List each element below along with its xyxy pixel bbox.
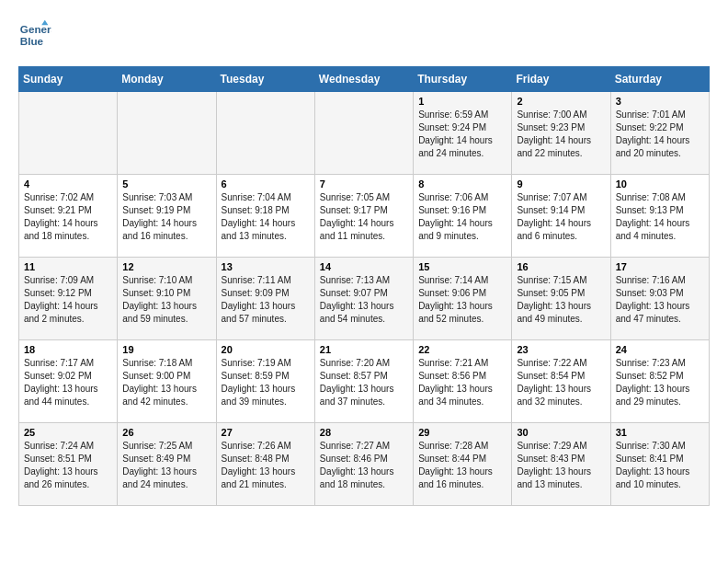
day-info: Sunrise: 7:29 AM Sunset: 8:43 PM Dayligh… xyxy=(517,440,605,491)
weekday-header-tuesday: Tuesday xyxy=(216,67,314,92)
calendar-cell: 28Sunrise: 7:27 AM Sunset: 8:46 PM Dayli… xyxy=(314,423,413,506)
calendar-cell: 7Sunrise: 7:05 AM Sunset: 9:17 PM Daylig… xyxy=(314,175,413,258)
calendar-header: SundayMondayTuesdayWednesdayThursdayFrid… xyxy=(19,67,710,92)
day-number: 17 xyxy=(616,261,704,272)
day-info: Sunrise: 7:30 AM Sunset: 8:41 PM Dayligh… xyxy=(616,440,704,491)
day-info: Sunrise: 7:15 AM Sunset: 9:05 PM Dayligh… xyxy=(517,274,605,326)
day-number: 26 xyxy=(122,427,210,438)
day-info: Sunrise: 7:27 AM Sunset: 8:46 PM Dayligh… xyxy=(320,440,408,491)
day-info: Sunrise: 7:16 AM Sunset: 9:03 PM Dayligh… xyxy=(616,274,704,326)
calendar-cell: 8Sunrise: 7:06 AM Sunset: 9:16 PM Daylig… xyxy=(414,175,512,258)
calendar-cell: 29Sunrise: 7:28 AM Sunset: 8:44 PM Dayli… xyxy=(414,423,512,506)
day-info: Sunrise: 7:21 AM Sunset: 8:56 PM Dayligh… xyxy=(418,357,506,408)
calendar-cell: 15Sunrise: 7:14 AM Sunset: 9:06 PM Dayli… xyxy=(414,258,512,340)
day-info: Sunrise: 7:00 AM Sunset: 9:23 PM Dayligh… xyxy=(517,109,605,160)
logo: General Blue xyxy=(18,18,51,52)
generalblue-logo-icon: General Blue xyxy=(18,18,51,52)
day-info: Sunrise: 6:59 AM Sunset: 9:24 PM Dayligh… xyxy=(418,109,506,160)
day-number: 14 xyxy=(320,261,408,272)
calendar-cell: 30Sunrise: 7:29 AM Sunset: 8:43 PM Dayli… xyxy=(512,423,610,506)
calendar-cell: 25Sunrise: 7:24 AM Sunset: 8:51 PM Dayli… xyxy=(19,423,118,506)
day-info: Sunrise: 7:28 AM Sunset: 8:44 PM Dayligh… xyxy=(418,440,506,491)
calendar-table: SundayMondayTuesdayWednesdayThursdayFrid… xyxy=(18,66,710,506)
day-info: Sunrise: 7:22 AM Sunset: 8:54 PM Dayligh… xyxy=(517,357,605,408)
calendar-cell xyxy=(314,92,413,175)
day-number: 1 xyxy=(418,96,506,107)
calendar-cell: 3Sunrise: 7:01 AM Sunset: 9:22 PM Daylig… xyxy=(610,92,709,175)
day-number: 6 xyxy=(222,178,310,190)
calendar-week-row: 11Sunrise: 7:09 AM Sunset: 9:12 PM Dayli… xyxy=(19,258,710,340)
day-info: Sunrise: 7:07 AM Sunset: 9:14 PM Dayligh… xyxy=(517,191,605,243)
calendar-cell: 14Sunrise: 7:13 AM Sunset: 9:07 PM Dayli… xyxy=(314,258,413,340)
day-number: 12 xyxy=(122,261,210,272)
calendar-cell: 21Sunrise: 7:20 AM Sunset: 8:57 PM Dayli… xyxy=(314,340,413,423)
day-number: 10 xyxy=(616,178,704,190)
calendar-cell: 1Sunrise: 6:59 AM Sunset: 9:24 PM Daylig… xyxy=(414,92,512,175)
day-number: 23 xyxy=(517,344,605,355)
calendar-week-row: 18Sunrise: 7:17 AM Sunset: 9:02 PM Dayli… xyxy=(19,340,710,423)
day-info: Sunrise: 7:11 AM Sunset: 9:09 PM Dayligh… xyxy=(222,274,310,326)
day-number: 27 xyxy=(222,427,310,438)
day-info: Sunrise: 7:06 AM Sunset: 9:16 PM Dayligh… xyxy=(418,191,506,243)
day-number: 3 xyxy=(616,96,704,107)
day-number: 31 xyxy=(616,427,704,438)
weekday-header-thursday: Thursday xyxy=(414,67,512,92)
day-number: 8 xyxy=(418,178,506,190)
day-info: Sunrise: 7:18 AM Sunset: 9:00 PM Dayligh… xyxy=(122,357,210,408)
day-number: 28 xyxy=(320,427,408,438)
calendar-cell: 2Sunrise: 7:00 AM Sunset: 9:23 PM Daylig… xyxy=(512,92,610,175)
calendar-week-row: 4Sunrise: 7:02 AM Sunset: 9:21 PM Daylig… xyxy=(19,175,710,258)
calendar-cell xyxy=(216,92,314,175)
day-info: Sunrise: 7:01 AM Sunset: 9:22 PM Dayligh… xyxy=(616,109,704,160)
day-number: 25 xyxy=(24,427,112,438)
day-info: Sunrise: 7:13 AM Sunset: 9:07 PM Dayligh… xyxy=(320,274,408,326)
calendar-cell: 19Sunrise: 7:18 AM Sunset: 9:00 PM Dayli… xyxy=(118,340,216,423)
day-number: 29 xyxy=(418,427,506,438)
calendar-cell: 23Sunrise: 7:22 AM Sunset: 8:54 PM Dayli… xyxy=(512,340,610,423)
day-number: 15 xyxy=(418,261,506,272)
day-number: 19 xyxy=(122,344,210,355)
day-info: Sunrise: 7:10 AM Sunset: 9:10 PM Dayligh… xyxy=(122,274,210,326)
day-number: 20 xyxy=(222,344,310,355)
day-number: 18 xyxy=(24,344,112,355)
day-info: Sunrise: 7:02 AM Sunset: 9:21 PM Dayligh… xyxy=(24,191,112,243)
calendar-cell: 5Sunrise: 7:03 AM Sunset: 9:19 PM Daylig… xyxy=(118,175,216,258)
calendar-cell: 10Sunrise: 7:08 AM Sunset: 9:13 PM Dayli… xyxy=(610,175,709,258)
weekday-header-saturday: Saturday xyxy=(610,67,709,92)
calendar-cell xyxy=(118,92,216,175)
day-info: Sunrise: 7:23 AM Sunset: 8:52 PM Dayligh… xyxy=(616,357,704,408)
day-info: Sunrise: 7:26 AM Sunset: 8:48 PM Dayligh… xyxy=(222,440,310,491)
calendar-cell: 4Sunrise: 7:02 AM Sunset: 9:21 PM Daylig… xyxy=(19,175,118,258)
day-number: 5 xyxy=(122,178,210,190)
day-number: 2 xyxy=(517,96,605,107)
page-header: General Blue xyxy=(18,18,710,52)
day-number: 13 xyxy=(222,261,310,272)
day-info: Sunrise: 7:03 AM Sunset: 9:19 PM Dayligh… xyxy=(122,191,210,243)
weekday-header-wednesday: Wednesday xyxy=(314,67,413,92)
calendar-cell: 12Sunrise: 7:10 AM Sunset: 9:10 PM Dayli… xyxy=(118,258,216,340)
day-info: Sunrise: 7:19 AM Sunset: 8:59 PM Dayligh… xyxy=(222,357,310,408)
day-number: 9 xyxy=(517,178,605,190)
calendar-cell: 27Sunrise: 7:26 AM Sunset: 8:48 PM Dayli… xyxy=(216,423,314,506)
calendar-cell: 11Sunrise: 7:09 AM Sunset: 9:12 PM Dayli… xyxy=(19,258,118,340)
day-number: 30 xyxy=(517,427,605,438)
calendar-body: 1Sunrise: 6:59 AM Sunset: 9:24 PM Daylig… xyxy=(19,92,710,506)
day-number: 4 xyxy=(24,178,112,190)
svg-text:Blue: Blue xyxy=(20,35,44,47)
day-number: 24 xyxy=(616,344,704,355)
weekday-header-friday: Friday xyxy=(512,67,610,92)
calendar-cell: 18Sunrise: 7:17 AM Sunset: 9:02 PM Dayli… xyxy=(19,340,118,423)
day-info: Sunrise: 7:04 AM Sunset: 9:18 PM Dayligh… xyxy=(222,191,310,243)
calendar-cell: 13Sunrise: 7:11 AM Sunset: 9:09 PM Dayli… xyxy=(216,258,314,340)
calendar-week-row: 1Sunrise: 6:59 AM Sunset: 9:24 PM Daylig… xyxy=(19,92,710,175)
day-info: Sunrise: 7:17 AM Sunset: 9:02 PM Dayligh… xyxy=(24,357,112,408)
weekday-header-monday: Monday xyxy=(118,67,216,92)
calendar-cell: 22Sunrise: 7:21 AM Sunset: 8:56 PM Dayli… xyxy=(414,340,512,423)
weekday-header-row: SundayMondayTuesdayWednesdayThursdayFrid… xyxy=(19,67,710,92)
day-number: 11 xyxy=(24,261,112,272)
day-number: 16 xyxy=(517,261,605,272)
weekday-header-sunday: Sunday xyxy=(19,67,118,92)
day-number: 22 xyxy=(418,344,506,355)
calendar-cell: 16Sunrise: 7:15 AM Sunset: 9:05 PM Dayli… xyxy=(512,258,610,340)
day-info: Sunrise: 7:25 AM Sunset: 8:49 PM Dayligh… xyxy=(122,440,210,491)
